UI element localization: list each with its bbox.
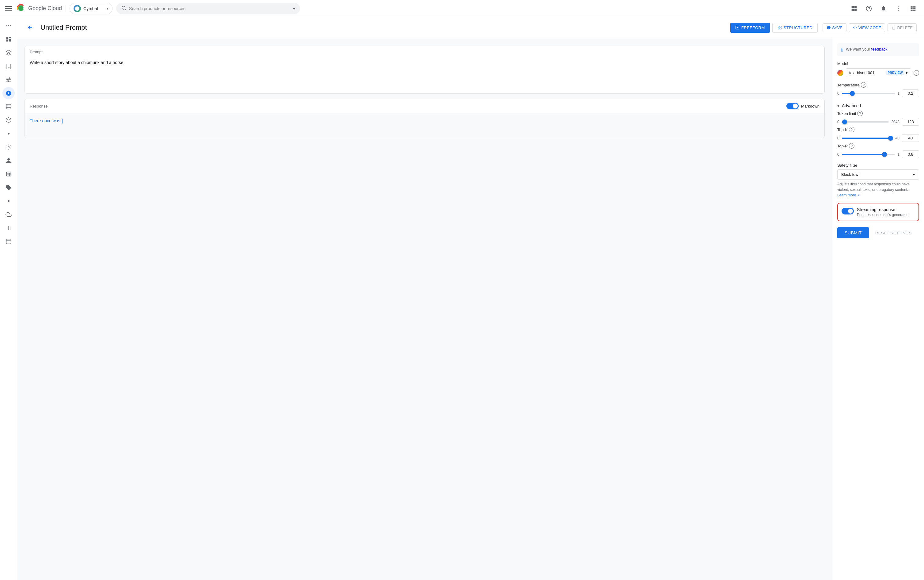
top-p-value-input[interactable] <box>902 150 919 158</box>
sidebar-icon-layers[interactable] <box>2 114 15 126</box>
response-toggle-area: Markdown <box>786 103 820 109</box>
feedback-link[interactable]: feedback. <box>871 47 888 51</box>
top-k-thumb[interactable] <box>888 136 893 141</box>
model-dropdown[interactable]: text-bison-001 PREVIEW ▾ <box>846 68 911 77</box>
structured-label: STRUCTURED <box>784 25 813 30</box>
markdown-toggle-label: Markdown <box>801 104 820 109</box>
org-selector[interactable]: Cymbal ▾ <box>69 3 112 15</box>
prompt-card-label: Prompt <box>25 46 824 57</box>
model-icon <box>837 70 843 76</box>
prompt-card-content[interactable]: Write a short story about a chipmunk and… <box>25 57 824 94</box>
sidebar-icon-person[interactable] <box>2 155 15 167</box>
advanced-toggle-row[interactable]: ▾ Advanced <box>837 102 919 109</box>
svg-point-20 <box>8 25 9 26</box>
top-p-help-icon[interactable]: ? <box>849 143 855 148</box>
svg-point-19 <box>6 25 7 26</box>
delete-button[interactable]: DELETE <box>888 23 917 32</box>
header-actions: FREEFORM STRUCTURED <box>730 23 818 33</box>
reset-settings-button[interactable]: RESET SETTINGS <box>871 227 916 238</box>
svg-rect-4 <box>852 8 854 11</box>
help-icon-btn[interactable] <box>863 2 875 15</box>
search-input[interactable] <box>129 6 290 11</box>
back-button[interactable] <box>25 22 36 33</box>
token-limit-label-row: Token limit ? <box>837 110 919 116</box>
sidebar-icon-tag[interactable] <box>2 181 15 194</box>
page-header: Untitled Prompt FREEFORM STRUCTURED SAVE <box>17 17 924 38</box>
structured-button[interactable]: STRUCTURED <box>772 23 818 33</box>
search-dropdown-arrow[interactable]: ▾ <box>293 6 295 11</box>
temperature-control-row: 0 1 <box>837 89 919 97</box>
right-panel: ℹ We want your feedback. Model text-biso… <box>832 38 924 580</box>
apps-icon-btn[interactable] <box>907 2 919 15</box>
response-cursor <box>62 119 63 124</box>
svg-rect-3 <box>855 6 857 8</box>
notifications-icon-btn[interactable] <box>878 2 890 15</box>
svg-rect-13 <box>911 8 912 9</box>
advanced-section: ▾ Advanced Token limit ? 0 <box>837 102 919 158</box>
sidebar-icon-dashboard[interactable] <box>2 33 15 45</box>
more-options-icon-btn[interactable] <box>892 2 904 15</box>
streaming-toggle[interactable] <box>842 208 854 214</box>
sidebar-icon-chart[interactable] <box>2 222 15 234</box>
model-help-icon[interactable]: ? <box>914 70 919 76</box>
top-p-control-row: 0 1 <box>837 150 919 158</box>
bottom-actions: SUBMIT RESET SETTINGS <box>837 226 919 238</box>
top-k-label-row: Top-K ? <box>837 127 919 132</box>
sidebar-icon-tune[interactable] <box>2 74 15 86</box>
google-cloud-logo-icon <box>16 4 26 13</box>
sidebar-icon-api[interactable] <box>2 141 15 153</box>
markdown-toggle[interactable] <box>786 103 799 109</box>
sidebar-icon-cloud[interactable] <box>2 208 15 221</box>
top-k-section: Top-K ? 0 40 <box>837 127 919 142</box>
svg-marker-31 <box>6 118 11 120</box>
sidebar-icon-dots[interactable] <box>2 20 15 32</box>
safety-dropdown[interactable]: Block few ▾ <box>837 170 919 180</box>
sidebar-icon-data[interactable] <box>2 101 15 113</box>
temperature-value-input[interactable] <box>902 89 919 97</box>
prompt-card: Prompt Write a short story about a chipm… <box>25 46 825 94</box>
top-p-slider-wrap[interactable] <box>842 152 895 158</box>
token-limit-thumb[interactable] <box>842 120 847 124</box>
org-name: Cymbal <box>83 6 104 11</box>
sidebar-icon-table[interactable] <box>2 168 15 180</box>
response-content: There once was <box>25 114 824 138</box>
token-limit-slider-wrap[interactable] <box>842 119 889 125</box>
response-card: Response Markdown There once was <box>25 99 825 138</box>
svg-rect-11 <box>912 6 914 7</box>
svg-rect-23 <box>8 37 11 38</box>
view-code-button[interactable]: VIEW CODE <box>849 23 885 32</box>
top-k-slider-wrap[interactable] <box>842 135 893 141</box>
safety-dropdown-arrow: ▾ <box>913 172 915 177</box>
learn-more-link[interactable]: Learn more <box>837 193 856 197</box>
safety-section: Safety filter Block few ▾ Adjusts likeli… <box>837 163 919 198</box>
sidebar-icon-bottom[interactable] <box>2 235 15 247</box>
temperature-thumb[interactable] <box>850 91 855 96</box>
safety-label: Safety filter <box>837 163 919 168</box>
profile-icon-btn[interactable] <box>848 2 860 15</box>
freeform-button[interactable]: FREEFORM <box>730 23 770 33</box>
svg-rect-16 <box>911 10 912 11</box>
svg-rect-43 <box>778 28 779 29</box>
token-limit-value-input[interactable] <box>902 118 919 125</box>
temperature-help-icon[interactable]: ? <box>861 82 866 87</box>
submit-button[interactable]: SUBMIT <box>837 227 869 238</box>
top-k-help-icon[interactable]: ? <box>849 127 855 132</box>
token-limit-control-row: 0 2048 <box>837 118 919 125</box>
svg-rect-36 <box>6 239 11 244</box>
nav-right-icons <box>848 2 919 15</box>
sidebar-icon-models[interactable] <box>2 46 15 59</box>
save-button[interactable]: SAVE <box>823 23 846 32</box>
sidebar-icon-prompt-active[interactable] <box>2 87 15 99</box>
google-cloud-logo[interactable]: Google Cloud <box>16 4 62 13</box>
top-k-value-input[interactable] <box>902 134 919 142</box>
hamburger-menu[interactable] <box>5 5 12 12</box>
svg-rect-24 <box>6 40 8 42</box>
svg-point-8 <box>898 8 899 9</box>
top-p-thumb[interactable] <box>882 152 887 157</box>
sidebar-icon-bookmark[interactable] <box>2 60 15 72</box>
top-nav: Google Cloud Cymbal ▾ ▾ <box>0 0 924 17</box>
temperature-slider-wrap[interactable] <box>842 91 895 97</box>
token-limit-track <box>842 121 889 122</box>
response-header: Response Markdown <box>25 99 824 114</box>
token-limit-help-icon[interactable]: ? <box>857 110 863 116</box>
